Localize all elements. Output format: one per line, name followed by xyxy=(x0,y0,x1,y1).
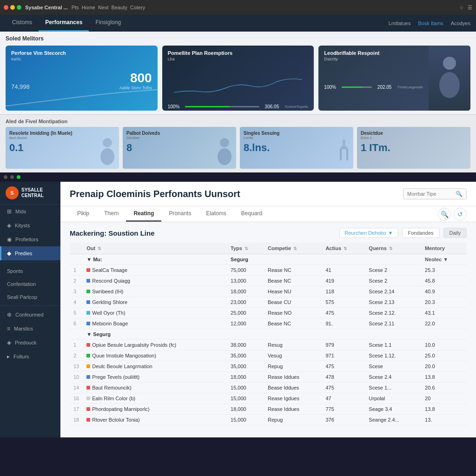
table-dropdown[interactable]: Reurchen Dehobo ▼ xyxy=(339,228,398,238)
row-name[interactable]: Gerkling Shlore xyxy=(83,297,227,308)
tab-pronants[interactable]: Pronants xyxy=(161,206,198,222)
tab-pikip[interactable]: Pikip xyxy=(70,206,97,222)
row-name[interactable]: Swribeed (IH) xyxy=(83,286,227,297)
row-name[interactable]: Quue Imstiule Mangosation) xyxy=(83,350,227,361)
col-mentory[interactable]: Mentory xyxy=(421,243,467,254)
metric-card-2[interactable]: Pomellite Plan Roemptiors Lba 100% 306.0… xyxy=(162,46,314,111)
row-name[interactable]: Rescond Quiagg xyxy=(83,276,227,286)
second-card-3[interactable]: Singles Sesuing Limits 8.lns. xyxy=(240,127,353,169)
row-name[interactable]: Baut Remouncik) xyxy=(83,383,227,393)
table-row[interactable]: 18 Rtover Bctolur Tonia) 15,000 Repug 37… xyxy=(70,415,467,425)
sort-out-icon[interactable]: ⇅ xyxy=(98,246,101,251)
minimize-dot[interactable] xyxy=(10,5,15,10)
sidebar-item-sponts[interactable]: Sponts xyxy=(0,264,60,278)
menu-icon[interactable]: ☰ xyxy=(468,5,472,11)
fondandes-btn[interactable]: Fondandes xyxy=(402,228,440,238)
row-name[interactable]: Phordopating Marniporlc) xyxy=(83,404,227,415)
search-tab-btn[interactable]: 🔍 xyxy=(438,208,451,221)
window-controls[interactable] xyxy=(4,5,21,10)
search-icon[interactable]: 🔍 xyxy=(456,191,463,197)
second-card-1[interactable]: Resolete Imidding (In Muele) duct Aurch … xyxy=(6,127,119,169)
sidebar-item-predies[interactable]: ◆ Predies xyxy=(0,246,60,260)
tab-performances[interactable]: Performances xyxy=(39,15,89,32)
tab-thern[interactable]: Thern xyxy=(97,206,126,222)
row-name[interactable]: Deulc Beoule Langrmation xyxy=(83,361,227,372)
sidebar-item-marstics[interactable]: ≡ Marstics xyxy=(0,322,60,336)
sidebar-item-predouck[interactable]: ◈ Predouck xyxy=(0,336,60,350)
table-row[interactable]: 10 Prege Tevels (ouliitlt) 18,000 Rease … xyxy=(70,372,467,383)
second-card-4[interactable]: Desictdue Ertre 1 1 ITm. xyxy=(357,127,470,169)
win-dot-1[interactable] xyxy=(4,175,7,179)
sidebar-item-folturs[interactable]: ▸ Folturs xyxy=(0,350,60,364)
section-label[interactable]: ▼ Segurg xyxy=(83,329,227,340)
row-name[interactable]: SealCa Tiraage xyxy=(83,265,227,276)
dropdown-icon: ▼ xyxy=(86,257,92,262)
table-row[interactable]: 6 Mebiorin Boage 12,000 Bease NC 91. Sce… xyxy=(70,318,467,329)
win-dot-3[interactable] xyxy=(17,175,20,179)
table-row[interactable]: 1 SealCa Tiraage 75,000 Rease NC 41 Sces… xyxy=(70,265,467,276)
sort-competie-icon[interactable]: ⇅ xyxy=(293,246,297,251)
sort-actius-icon[interactable]: ⇅ xyxy=(344,246,347,251)
col-competie[interactable]: Competie ⇅ xyxy=(264,243,322,254)
table-row[interactable]: 4 Gerkling Shlore 23,000 Bease CU 575 Sc… xyxy=(70,297,467,308)
sidebar-item-kitysts[interactable]: ◈ Kitysts xyxy=(0,218,60,232)
col-typs[interactable]: Typs ⇅ xyxy=(227,243,264,254)
row-actius: 419 xyxy=(322,276,365,286)
nav-cotery[interactable]: Cotery xyxy=(130,5,145,10)
tab-cistoms[interactable]: Cistoms xyxy=(6,15,39,32)
sidebar-item-confeurmed[interactable]: ⊕ Confeurmed xyxy=(0,308,60,322)
maximize-dot[interactable] xyxy=(17,5,21,10)
tab-elatoms[interactable]: Elatoms xyxy=(198,206,233,222)
nav-home[interactable]: Home xyxy=(82,5,95,10)
tab-finsiglong[interactable]: Finsiglong xyxy=(89,15,127,32)
table-row[interactable]: 16 Ealn Rilm Color (b) 15,000 Rease Igdu… xyxy=(70,393,467,404)
row-color-dot xyxy=(86,300,90,304)
table-row[interactable]: 2 Rescond Quiagg 13,000 Bease NC 419 Sce… xyxy=(70,276,467,286)
tab-bequard[interactable]: Bequard xyxy=(234,206,270,222)
table-row[interactable]: 13 Deulc Beoule Langrmation 35,000 Repug… xyxy=(70,361,467,372)
sidebar-item-profieltors[interactable]: ◉ Profieltors xyxy=(0,232,60,246)
table-row[interactable]: 17 Phordopating Marniporlc) 18,000 Rease… xyxy=(70,404,467,415)
sort-typs-icon[interactable]: ⇅ xyxy=(245,246,248,251)
table-row[interactable]: 3 Swribeed (IH) 18,000 Hease NU 118 Sces… xyxy=(70,286,467,297)
table-row[interactable]: 1 Opiue Besule Largualsity Prosids (fc) … xyxy=(70,340,467,350)
col-actius[interactable]: Actius ⇅ xyxy=(322,243,365,254)
table-row[interactable]: 5 Well Oyor (Th) 25,000 Rease NO 475 Sce… xyxy=(70,308,467,318)
row-name[interactable]: Ealn Rilm Color (b) xyxy=(83,393,227,404)
section-last[interactable] xyxy=(421,329,467,340)
search-input[interactable] xyxy=(407,191,454,197)
nav-bosk-itams[interactable]: Bosk Itams xyxy=(418,20,443,26)
row-name[interactable]: Rtover Bctolur Tonia) xyxy=(83,415,227,425)
star-icon[interactable]: ☆ xyxy=(459,5,464,11)
content-header-search[interactable]: 🔍 xyxy=(403,188,467,199)
sort-querns-icon[interactable]: ⇅ xyxy=(389,246,393,251)
daily-btn[interactable]: Daily xyxy=(443,228,467,238)
metric-card-3[interactable]: Leodbriflable Respoint Dsicrity 100% 202… xyxy=(318,46,470,111)
filter-tab-btn[interactable]: ↺ xyxy=(454,208,467,221)
nav-next[interactable]: Next xyxy=(98,5,109,10)
row-actius: 376 xyxy=(322,415,365,425)
col-out[interactable]: Out ⇅ xyxy=(83,243,227,254)
row-type: Repug xyxy=(264,415,322,425)
tab-reating[interactable]: Reating xyxy=(126,206,161,222)
row-name[interactable]: Prege Tevels (ouliitlt) xyxy=(83,372,227,383)
row-actius: 91. xyxy=(322,318,365,329)
col-querns[interactable]: Querns ⇅ xyxy=(365,243,421,254)
row-type: Repug xyxy=(264,361,322,372)
win-dot-2[interactable] xyxy=(10,175,14,179)
table-row[interactable]: 14 Baut Remouncik) 15,000 Bease Iddues 4… xyxy=(70,383,467,393)
row-name[interactable]: Mebiorin Boage xyxy=(83,318,227,329)
table-row[interactable]: 2 Quue Imstiule Mangosation) 35,000 Vesu… xyxy=(70,350,467,361)
metric-card-1[interactable]: Perforse Vim Stecorch earlic 74,998 800 … xyxy=(6,46,158,111)
sidebar-item-confentation[interactable]: Confentation xyxy=(0,278,60,291)
nav-beauty[interactable]: Beauty xyxy=(112,5,127,10)
section-last[interactable]: Neolec ▼ xyxy=(421,254,467,265)
second-card-2[interactable]: Palbot Doiveds Genlber 8 xyxy=(123,127,236,169)
row-name[interactable]: Well Oyor (Th) xyxy=(83,308,227,318)
sidebar-item-mids[interactable]: ⊞ Mids xyxy=(0,205,60,218)
nav-pts[interactable]: Pts xyxy=(72,5,79,10)
section-label[interactable]: ▼ Mu: xyxy=(83,254,227,265)
sidebar-item-seall-parlcop[interactable]: Seall Parlcop xyxy=(0,291,60,304)
row-name[interactable]: Opiue Besule Largualsity Prosids (fc) xyxy=(83,340,227,350)
close-dot[interactable] xyxy=(4,5,8,10)
